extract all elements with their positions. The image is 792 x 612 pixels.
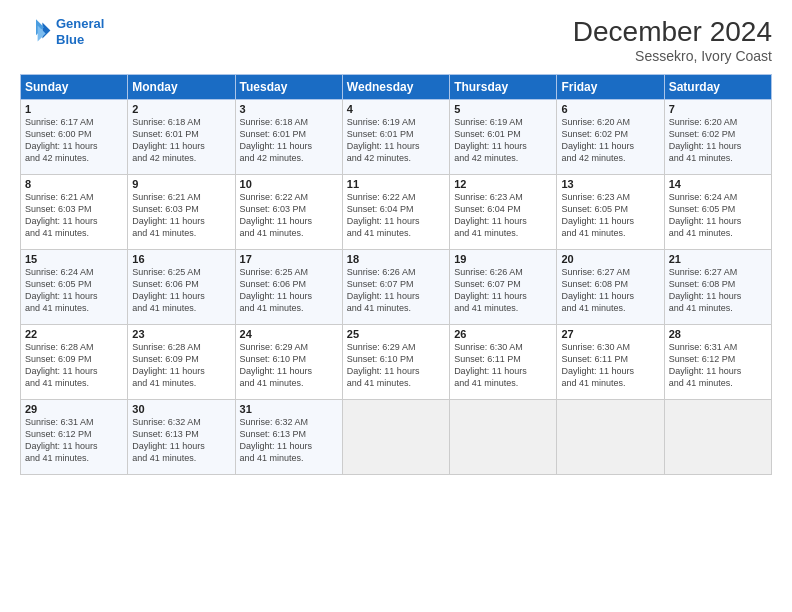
day-number: 16	[132, 253, 230, 265]
day-info: Sunrise: 6:23 AM Sunset: 6:05 PM Dayligh…	[561, 191, 659, 240]
day-number: 1	[25, 103, 123, 115]
calendar-cell: 1Sunrise: 6:17 AM Sunset: 6:00 PM Daylig…	[21, 100, 128, 175]
calendar-week-row: 8Sunrise: 6:21 AM Sunset: 6:03 PM Daylig…	[21, 175, 772, 250]
logo-line1: General	[56, 16, 104, 31]
col-header-friday: Friday	[557, 75, 664, 100]
logo-text: General Blue	[56, 16, 104, 47]
calendar-cell: 7Sunrise: 6:20 AM Sunset: 6:02 PM Daylig…	[664, 100, 771, 175]
calendar-cell: 21Sunrise: 6:27 AM Sunset: 6:08 PM Dayli…	[664, 250, 771, 325]
day-number: 17	[240, 253, 338, 265]
subtitle: Sessekro, Ivory Coast	[573, 48, 772, 64]
calendar-cell: 28Sunrise: 6:31 AM Sunset: 6:12 PM Dayli…	[664, 325, 771, 400]
calendar-cell: 22Sunrise: 6:28 AM Sunset: 6:09 PM Dayli…	[21, 325, 128, 400]
day-info: Sunrise: 6:26 AM Sunset: 6:07 PM Dayligh…	[347, 266, 445, 315]
calendar-table: SundayMondayTuesdayWednesdayThursdayFrid…	[20, 74, 772, 475]
day-info: Sunrise: 6:19 AM Sunset: 6:01 PM Dayligh…	[347, 116, 445, 165]
day-number: 20	[561, 253, 659, 265]
day-number: 4	[347, 103, 445, 115]
page: General Blue December 2024 Sessekro, Ivo…	[0, 0, 792, 612]
day-number: 10	[240, 178, 338, 190]
calendar-cell: 9Sunrise: 6:21 AM Sunset: 6:03 PM Daylig…	[128, 175, 235, 250]
day-number: 7	[669, 103, 767, 115]
day-number: 28	[669, 328, 767, 340]
calendar-cell: 31Sunrise: 6:32 AM Sunset: 6:13 PM Dayli…	[235, 400, 342, 475]
day-number: 26	[454, 328, 552, 340]
day-number: 21	[669, 253, 767, 265]
day-number: 6	[561, 103, 659, 115]
col-header-saturday: Saturday	[664, 75, 771, 100]
day-number: 24	[240, 328, 338, 340]
day-info: Sunrise: 6:25 AM Sunset: 6:06 PM Dayligh…	[132, 266, 230, 315]
day-info: Sunrise: 6:30 AM Sunset: 6:11 PM Dayligh…	[454, 341, 552, 390]
day-number: 29	[25, 403, 123, 415]
day-info: Sunrise: 6:19 AM Sunset: 6:01 PM Dayligh…	[454, 116, 552, 165]
day-info: Sunrise: 6:23 AM Sunset: 6:04 PM Dayligh…	[454, 191, 552, 240]
calendar-week-row: 29Sunrise: 6:31 AM Sunset: 6:12 PM Dayli…	[21, 400, 772, 475]
main-title: December 2024	[573, 16, 772, 48]
calendar-week-row: 22Sunrise: 6:28 AM Sunset: 6:09 PM Dayli…	[21, 325, 772, 400]
day-number: 23	[132, 328, 230, 340]
logo-icon	[20, 16, 52, 48]
calendar-cell: 14Sunrise: 6:24 AM Sunset: 6:05 PM Dayli…	[664, 175, 771, 250]
day-info: Sunrise: 6:32 AM Sunset: 6:13 PM Dayligh…	[240, 416, 338, 465]
day-info: Sunrise: 6:29 AM Sunset: 6:10 PM Dayligh…	[240, 341, 338, 390]
day-number: 13	[561, 178, 659, 190]
day-info: Sunrise: 6:30 AM Sunset: 6:11 PM Dayligh…	[561, 341, 659, 390]
calendar-cell: 25Sunrise: 6:29 AM Sunset: 6:10 PM Dayli…	[342, 325, 449, 400]
col-header-monday: Monday	[128, 75, 235, 100]
col-header-wednesday: Wednesday	[342, 75, 449, 100]
calendar-cell: 26Sunrise: 6:30 AM Sunset: 6:11 PM Dayli…	[450, 325, 557, 400]
day-info: Sunrise: 6:18 AM Sunset: 6:01 PM Dayligh…	[132, 116, 230, 165]
calendar-cell: 2Sunrise: 6:18 AM Sunset: 6:01 PM Daylig…	[128, 100, 235, 175]
day-info: Sunrise: 6:27 AM Sunset: 6:08 PM Dayligh…	[669, 266, 767, 315]
day-number: 9	[132, 178, 230, 190]
calendar-cell: 18Sunrise: 6:26 AM Sunset: 6:07 PM Dayli…	[342, 250, 449, 325]
calendar-cell: 13Sunrise: 6:23 AM Sunset: 6:05 PM Dayli…	[557, 175, 664, 250]
col-header-tuesday: Tuesday	[235, 75, 342, 100]
calendar-cell: 6Sunrise: 6:20 AM Sunset: 6:02 PM Daylig…	[557, 100, 664, 175]
calendar-week-row: 1Sunrise: 6:17 AM Sunset: 6:00 PM Daylig…	[21, 100, 772, 175]
day-info: Sunrise: 6:29 AM Sunset: 6:10 PM Dayligh…	[347, 341, 445, 390]
calendar-week-row: 15Sunrise: 6:24 AM Sunset: 6:05 PM Dayli…	[21, 250, 772, 325]
col-header-thursday: Thursday	[450, 75, 557, 100]
day-number: 31	[240, 403, 338, 415]
day-info: Sunrise: 6:27 AM Sunset: 6:08 PM Dayligh…	[561, 266, 659, 315]
calendar-cell: 11Sunrise: 6:22 AM Sunset: 6:04 PM Dayli…	[342, 175, 449, 250]
day-number: 8	[25, 178, 123, 190]
calendar-cell: 20Sunrise: 6:27 AM Sunset: 6:08 PM Dayli…	[557, 250, 664, 325]
day-number: 14	[669, 178, 767, 190]
logo: General Blue	[20, 16, 104, 48]
day-info: Sunrise: 6:31 AM Sunset: 6:12 PM Dayligh…	[669, 341, 767, 390]
day-info: Sunrise: 6:24 AM Sunset: 6:05 PM Dayligh…	[25, 266, 123, 315]
day-info: Sunrise: 6:18 AM Sunset: 6:01 PM Dayligh…	[240, 116, 338, 165]
svg-marker-0	[42, 22, 50, 38]
day-info: Sunrise: 6:28 AM Sunset: 6:09 PM Dayligh…	[132, 341, 230, 390]
calendar-cell: 29Sunrise: 6:31 AM Sunset: 6:12 PM Dayli…	[21, 400, 128, 475]
day-number: 3	[240, 103, 338, 115]
day-info: Sunrise: 6:24 AM Sunset: 6:05 PM Dayligh…	[669, 191, 767, 240]
day-number: 18	[347, 253, 445, 265]
day-info: Sunrise: 6:26 AM Sunset: 6:07 PM Dayligh…	[454, 266, 552, 315]
calendar-cell: 5Sunrise: 6:19 AM Sunset: 6:01 PM Daylig…	[450, 100, 557, 175]
calendar-cell: 15Sunrise: 6:24 AM Sunset: 6:05 PM Dayli…	[21, 250, 128, 325]
day-info: Sunrise: 6:31 AM Sunset: 6:12 PM Dayligh…	[25, 416, 123, 465]
calendar-cell: 16Sunrise: 6:25 AM Sunset: 6:06 PM Dayli…	[128, 250, 235, 325]
calendar-cell	[450, 400, 557, 475]
day-info: Sunrise: 6:22 AM Sunset: 6:04 PM Dayligh…	[347, 191, 445, 240]
day-info: Sunrise: 6:17 AM Sunset: 6:00 PM Dayligh…	[25, 116, 123, 165]
calendar-cell: 4Sunrise: 6:19 AM Sunset: 6:01 PM Daylig…	[342, 100, 449, 175]
day-info: Sunrise: 6:32 AM Sunset: 6:13 PM Dayligh…	[132, 416, 230, 465]
calendar-cell: 17Sunrise: 6:25 AM Sunset: 6:06 PM Dayli…	[235, 250, 342, 325]
day-number: 25	[347, 328, 445, 340]
calendar-cell: 10Sunrise: 6:22 AM Sunset: 6:03 PM Dayli…	[235, 175, 342, 250]
calendar-cell: 3Sunrise: 6:18 AM Sunset: 6:01 PM Daylig…	[235, 100, 342, 175]
day-info: Sunrise: 6:25 AM Sunset: 6:06 PM Dayligh…	[240, 266, 338, 315]
day-number: 19	[454, 253, 552, 265]
day-number: 11	[347, 178, 445, 190]
calendar-cell: 24Sunrise: 6:29 AM Sunset: 6:10 PM Dayli…	[235, 325, 342, 400]
calendar-cell: 19Sunrise: 6:26 AM Sunset: 6:07 PM Dayli…	[450, 250, 557, 325]
calendar-cell: 23Sunrise: 6:28 AM Sunset: 6:09 PM Dayli…	[128, 325, 235, 400]
day-info: Sunrise: 6:28 AM Sunset: 6:09 PM Dayligh…	[25, 341, 123, 390]
calendar-cell	[557, 400, 664, 475]
col-header-sunday: Sunday	[21, 75, 128, 100]
